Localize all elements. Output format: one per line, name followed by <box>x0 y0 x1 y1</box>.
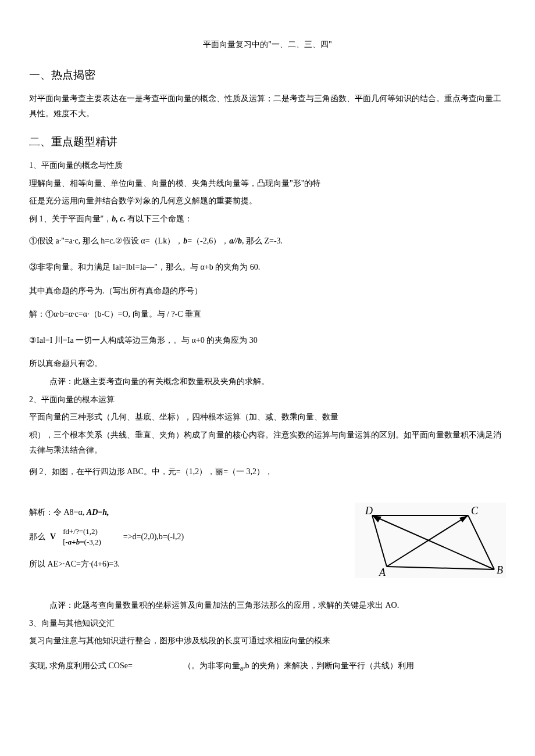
example-1-intro: 例 1、关于平面向量"，b, c. 有以下三个命题： <box>29 212 506 227</box>
example-1-item-1: ①假设 a·"=a·c, 那么 h=c.②假设 α=（Lk），b=（-2,6），… <box>29 234 506 249</box>
example-2-solution-start: 解析：令 A8=α, AD=h, <box>29 505 337 521</box>
example-1-item-3: ③非零向量。和力满足 Ial=IbI=Ia—"，那么。与 α+b 的夹角为 60… <box>29 260 506 275</box>
svg-rect-0 <box>355 503 506 578</box>
example-2-comment: 点评：此题考查向量数量积的坐标运算及向量加法的三角形法那么的应用，求解的关键是求… <box>29 598 506 614</box>
text-run-italic: a//b <box>229 237 242 245</box>
text-run: 解析：令 A8=α, <box>29 508 87 517</box>
text-run-italic: AD=h, <box>87 508 109 517</box>
text-run: （。为非零向量 <box>183 661 240 670</box>
parallelogram-figure: D C A B <box>355 503 506 584</box>
page-title: 平面向量复习中的"一、二、三、四" <box>29 37 506 53</box>
subsection-3-title: 3、向量与其他知识交汇 <box>29 616 506 632</box>
example-1-comment: 点评：此题主要考查向量的有关概念和数量积及夹角的求解。 <box>29 374 506 390</box>
subsection-3-line1: 复习向量注意与其他知识进行整合，图形中涉及线段的长度可通过求相应向量的模来 <box>29 633 506 649</box>
text-run: =（-2,6）， <box>187 237 229 245</box>
text-run: V <box>50 529 56 545</box>
text-run: 那么 <box>29 529 45 545</box>
text-run: 实现, 求角度利用公式 COSe= <box>29 661 133 670</box>
equation-top: fd+/?=(1,2) <box>63 526 101 537</box>
section-1-heading: 一、热点揭密 <box>29 65 506 85</box>
label-B: B <box>497 564 503 576</box>
example-1-solution-1: 解：①α·b=α·c=α·（b-C）=O, 向量。与 / ?-C 垂直 <box>29 307 506 323</box>
subsection-1-line1: 理解向量、相等向量、单位向量、向量的模、夹角共线向量等，凸现向量"形"的特 <box>29 176 506 192</box>
label-C: C <box>471 505 479 517</box>
subsection-1-title: 1、平面向量的概念与性质 <box>29 158 506 174</box>
equation-result: =>d=(2,0),b=(-l,2) <box>123 529 184 545</box>
example-1-answer: 所以真命题只有②。 <box>29 356 506 372</box>
example-1-question: 其中真命题的序号为.（写出所有真命题的序号） <box>29 284 506 299</box>
text-run: =(-3,2) <box>80 538 101 546</box>
equation-bottom: [-a+b=(-3,2) <box>63 537 101 547</box>
text-run-italic: b, c. <box>112 214 126 223</box>
example-2-equation-block: 那么 V fd+/?=(1,2) [-a+b=(-3,2) =>d=(2,0),… <box>29 526 337 547</box>
section-1-body: 对平面向量考查主要表达在一是考查平面向量的概念、性质及运算；二是考查与三角函数、… <box>29 91 506 122</box>
text-run: 例 1、关于平面向量"， <box>29 214 112 223</box>
text-run-italic: -a+b <box>65 538 80 546</box>
example-1-solution-3: ③Ial=I 川=Ia 一切一人构成等边三角形，。与 α+0 的夹角应为 30 <box>29 333 506 349</box>
subsection-2-line2: 积），三个根本关系（共线、垂直、夹角）构成了向量的核心内容。注意实数的运算与向量… <box>29 428 506 458</box>
text-run: ①假设 a·"=a·c, 那么 h=c.②假设 α=（Lk）， <box>29 237 183 245</box>
label-A: A <box>379 567 386 578</box>
subsection-3-line2: 实现, 求角度利用公式 COSe= （。为非零向量a,b 的夹角）来解决，判断向… <box>29 658 506 675</box>
text-run: ,b 的夹角）来解决，判断向量平行（共线）利用 <box>243 661 414 670</box>
label-D: D <box>365 505 373 517</box>
equation-cases: fd+/?=(1,2) [-a+b=(-3,2) <box>63 526 101 547</box>
example-2-result: 所以 AE>·AC=方·(4+6)=3. <box>29 557 337 572</box>
text-run: , 那么 Z=-3. <box>242 237 283 245</box>
section-2-heading: 二、重点题型精讲 <box>29 131 506 152</box>
subsection-2-title: 2、平面向量的根本运算 <box>29 392 506 408</box>
subsection-1-line2: 征是充分运用向量并结合数学对象的几何意义解题的重要前提。 <box>29 194 506 209</box>
text-run: 有以下三个命题： <box>126 214 193 223</box>
subsection-2-line1: 平面向量的三种形式（几何、基底、坐标），四种根本运算（加、减、数乘向量、数量 <box>29 410 506 425</box>
example-2-intro: 例 2、如图，在平行四边形 ABC。中，元=（1,2），丽=（一 3,2）， <box>29 464 506 480</box>
